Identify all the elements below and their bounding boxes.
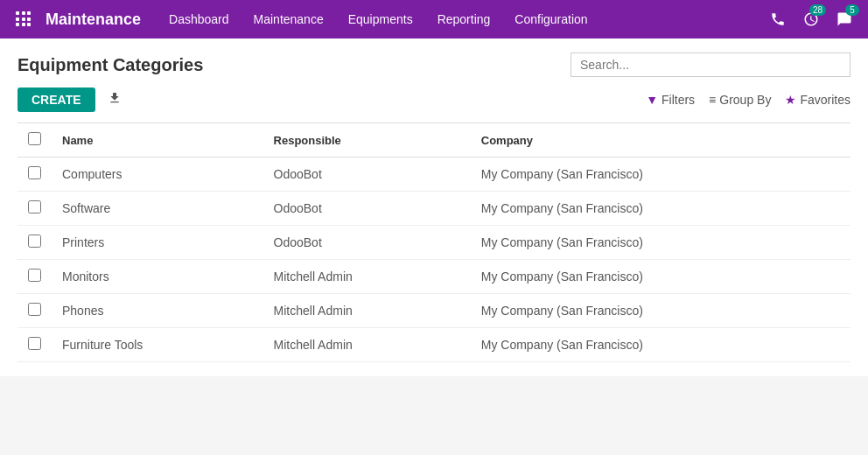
filters-label: Filters bbox=[662, 93, 695, 107]
toolbar-right: ▼ Filters ≡ Group By ★ Favorites bbox=[646, 93, 850, 107]
select-all-checkbox[interactable] bbox=[28, 132, 41, 145]
cell-name: Software bbox=[52, 192, 263, 226]
col-responsible: Responsible bbox=[263, 123, 471, 158]
cell-responsible: Mitchell Admin bbox=[263, 328, 471, 362]
table-row[interactable]: Phones Mitchell Admin My Company (San Fr… bbox=[18, 294, 850, 328]
cell-company: My Company (San Francisco) bbox=[471, 328, 850, 362]
row-checkbox-3[interactable] bbox=[28, 269, 41, 282]
nav-configuration[interactable]: Configuration bbox=[504, 7, 598, 32]
row-checkbox-0[interactable] bbox=[28, 166, 41, 179]
download-button[interactable] bbox=[102, 88, 127, 112]
page-title: Equipment Categories bbox=[18, 55, 203, 75]
toolbar: CREATE ▼ Filters ≡ Group By ★ Favorites bbox=[18, 88, 850, 112]
filters-button[interactable]: ▼ Filters bbox=[646, 93, 695, 107]
table-container: Name Responsible Company Computers OdooB… bbox=[18, 122, 850, 362]
cell-company: My Company (San Francisco) bbox=[471, 192, 850, 226]
table-row[interactable]: Computers OdooBot My Company (San Franci… bbox=[18, 158, 850, 192]
group-by-label: Group By bbox=[719, 93, 771, 107]
chat-badge: 5 bbox=[845, 4, 859, 16]
group-by-button[interactable]: ≡ Group By bbox=[709, 93, 771, 107]
cell-responsible: OdooBot bbox=[263, 192, 471, 226]
equipment-categories-table: Name Responsible Company Computers OdooB… bbox=[18, 123, 850, 362]
table-row[interactable]: Monitors Mitchell Admin My Company (San … bbox=[18, 260, 850, 294]
nav-maintenance[interactable]: Maintenance bbox=[243, 7, 334, 32]
row-checkbox-5[interactable] bbox=[28, 337, 41, 350]
navbar: Maintenance Dashboard Maintenance Equipm… bbox=[0, 0, 868, 38]
cell-company: My Company (San Francisco) bbox=[471, 226, 850, 260]
row-checkbox-2[interactable] bbox=[28, 234, 41, 248]
col-name: Name bbox=[52, 123, 263, 158]
row-checkbox-1[interactable] bbox=[28, 200, 41, 214]
table-row[interactable]: Furniture Tools Mitchell Admin My Compan… bbox=[18, 328, 850, 362]
table-row[interactable]: Software OdooBot My Company (San Francis… bbox=[18, 192, 850, 226]
chat-icon[interactable]: 5 bbox=[831, 6, 858, 32]
cell-name: Printers bbox=[52, 226, 263, 260]
cell-name: Phones bbox=[52, 294, 263, 328]
cell-name: Monitors bbox=[52, 260, 263, 294]
clock-icon[interactable]: 28 bbox=[798, 6, 824, 32]
cell-responsible: Mitchell Admin bbox=[263, 260, 471, 294]
cell-name: Furniture Tools bbox=[52, 328, 263, 362]
phone-icon[interactable] bbox=[765, 6, 791, 32]
nav-menu: Dashboard Maintenance Equipments Reporti… bbox=[158, 7, 765, 32]
cell-company: My Company (San Francisco) bbox=[471, 294, 850, 328]
app-brand: Maintenance bbox=[46, 10, 141, 29]
cell-company: My Company (San Francisco) bbox=[471, 158, 850, 192]
create-button[interactable]: CREATE bbox=[18, 88, 95, 112]
navbar-right: 28 5 bbox=[765, 6, 858, 32]
col-company: Company bbox=[471, 123, 850, 158]
nav-reporting[interactable]: Reporting bbox=[427, 7, 501, 32]
grid-menu-icon[interactable] bbox=[10, 6, 37, 32]
nav-equipments[interactable]: Equipments bbox=[338, 7, 424, 32]
page-header: Equipment Categories bbox=[18, 52, 850, 77]
favorites-button[interactable]: ★ Favorites bbox=[785, 93, 850, 107]
favorites-label: Favorites bbox=[800, 93, 850, 107]
clock-badge: 28 bbox=[809, 4, 826, 16]
cell-responsible: OdooBot bbox=[263, 226, 471, 260]
table-row[interactable]: Printers OdooBot My Company (San Francis… bbox=[18, 226, 850, 260]
row-checkbox-4[interactable] bbox=[28, 303, 41, 316]
search-input[interactable] bbox=[570, 52, 850, 77]
cell-name: Computers bbox=[52, 158, 263, 192]
cell-responsible: Mitchell Admin bbox=[263, 294, 471, 328]
toolbar-left: CREATE bbox=[18, 88, 127, 112]
cell-responsible: OdooBot bbox=[263, 158, 471, 192]
cell-company: My Company (San Francisco) bbox=[471, 260, 850, 294]
nav-dashboard[interactable]: Dashboard bbox=[158, 7, 240, 32]
main-content: Equipment Categories CREATE ▼ Filters ≡ … bbox=[0, 38, 868, 376]
